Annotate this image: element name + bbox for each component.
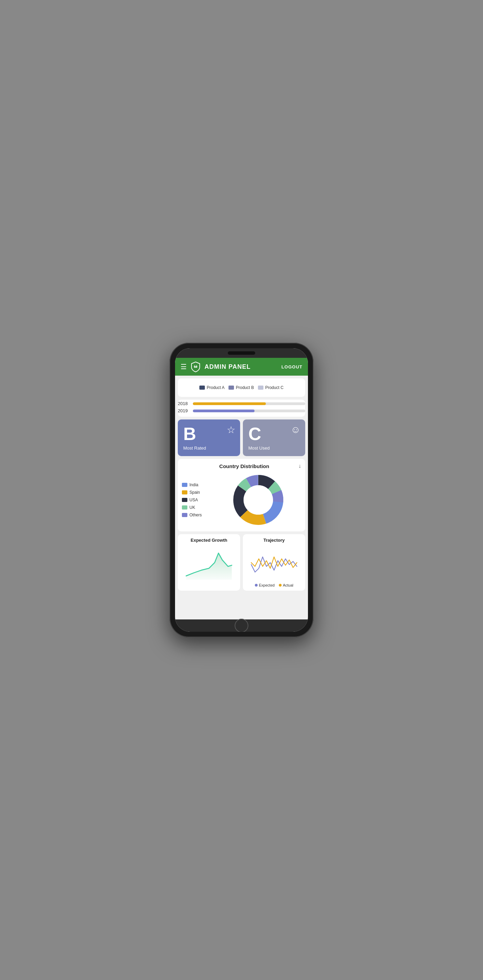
dot-actual bbox=[279, 584, 282, 587]
legend-box-spain bbox=[182, 490, 187, 495]
country-distribution-card: Country Distribution ↓ India Spain bbox=[178, 459, 305, 531]
legend-actual-label: Actual bbox=[283, 583, 293, 587]
most-used-card: C Most Used ☺ bbox=[243, 420, 305, 456]
legend-label-a: Product A bbox=[207, 385, 225, 390]
header-title: ADMIN PANEL bbox=[204, 363, 278, 371]
bar-fill-2019 bbox=[193, 409, 255, 412]
download-icon[interactable]: ↓ bbox=[298, 463, 301, 469]
legend-label-spain: Spain bbox=[190, 490, 200, 495]
phone-screen: ☰ ADMIN PANEL LOGOUT Product A bbox=[175, 348, 308, 632]
bar-track-2018 bbox=[193, 402, 305, 405]
home-bar bbox=[175, 619, 308, 632]
legend-label-uk: UK bbox=[190, 505, 195, 510]
menu-icon[interactable]: ☰ bbox=[180, 363, 187, 371]
trajectory-chart bbox=[246, 546, 302, 580]
year-row-2018: 2018 bbox=[178, 401, 305, 406]
legend-label-others: Others bbox=[190, 512, 202, 517]
donut-chart bbox=[231, 473, 286, 527]
legend-label-usa: USA bbox=[190, 498, 198, 502]
legend-product-c: Product C bbox=[258, 385, 283, 390]
svg-point-7 bbox=[244, 485, 273, 515]
donut-chart-container bbox=[215, 473, 301, 527]
legend-box-others bbox=[182, 513, 187, 517]
product-legend-card: Product A Product B Product C bbox=[178, 379, 305, 397]
legend-expected-label: Expected bbox=[259, 583, 275, 587]
legend-label-b: Product B bbox=[236, 385, 254, 390]
expected-growth-chart bbox=[181, 546, 237, 580]
expected-growth-title: Expected Growth bbox=[181, 538, 237, 543]
most-rated-card: B Most Rated ☆ bbox=[178, 420, 240, 456]
trajectory-title: Trajectory bbox=[246, 538, 302, 543]
country-body: India Spain USA UK bbox=[182, 473, 301, 527]
camera-notch bbox=[228, 351, 255, 355]
year-row-2019: 2019 bbox=[178, 408, 305, 413]
logout-button[interactable]: LOGOUT bbox=[281, 364, 303, 369]
rating-row: B Most Rated ☆ C Most Used ☺ bbox=[178, 420, 305, 456]
product-legend: Product A Product B Product C bbox=[182, 382, 301, 393]
app-header: ☰ ADMIN PANEL LOGOUT bbox=[175, 358, 308, 375]
trajectory-legend: Expected Actual bbox=[246, 583, 302, 587]
smiley-icon: ☺ bbox=[290, 424, 300, 435]
legend-box-usa bbox=[182, 498, 187, 502]
legend-box-a bbox=[199, 385, 205, 390]
legend-spain: Spain bbox=[182, 490, 213, 495]
legend-box-b bbox=[228, 385, 234, 390]
bar-fill-2018 bbox=[193, 402, 266, 405]
legend-product-a: Product A bbox=[199, 385, 225, 390]
phone-device: ☰ ADMIN PANEL LOGOUT Product A bbox=[170, 343, 314, 637]
year-label-2019: 2019 bbox=[178, 408, 190, 413]
country-card-header: Country Distribution ↓ bbox=[182, 463, 301, 469]
expected-growth-card: Expected Growth bbox=[178, 534, 240, 591]
country-title: Country Distribution bbox=[190, 463, 298, 469]
legend-india: India bbox=[182, 482, 213, 487]
bottom-charts-row: Expected Growth bbox=[178, 534, 305, 591]
legend-label-c: Product C bbox=[265, 385, 283, 390]
country-legend: India Spain USA UK bbox=[182, 482, 213, 517]
legend-others: Others bbox=[182, 512, 213, 517]
main-content: Product A Product B Product C 2018 bbox=[175, 375, 308, 619]
bar-track-2019 bbox=[193, 409, 305, 412]
legend-box-uk bbox=[182, 506, 187, 509]
star-icon: ☆ bbox=[227, 424, 235, 436]
dot-expected bbox=[255, 584, 258, 587]
status-bar bbox=[175, 348, 308, 358]
home-button[interactable] bbox=[234, 619, 248, 632]
legend-label-india: India bbox=[190, 482, 198, 487]
most-used-label: Most Used bbox=[248, 445, 300, 450]
svg-point-1 bbox=[195, 365, 196, 366]
year-label-2018: 2018 bbox=[178, 401, 190, 406]
legend-usa: USA bbox=[182, 498, 213, 502]
legend-box-india bbox=[182, 483, 187, 487]
year-bars-card: 2018 2019 bbox=[178, 399, 305, 417]
trajectory-card: Trajectory Expected bbox=[243, 534, 305, 591]
shield-icon bbox=[190, 361, 201, 372]
legend-product-b: Product B bbox=[228, 385, 254, 390]
most-rated-label: Most Rated bbox=[183, 445, 234, 450]
legend-actual: Actual bbox=[279, 583, 293, 587]
legend-expected: Expected bbox=[255, 583, 275, 587]
legend-uk: UK bbox=[182, 505, 213, 510]
legend-box-c bbox=[258, 385, 263, 390]
